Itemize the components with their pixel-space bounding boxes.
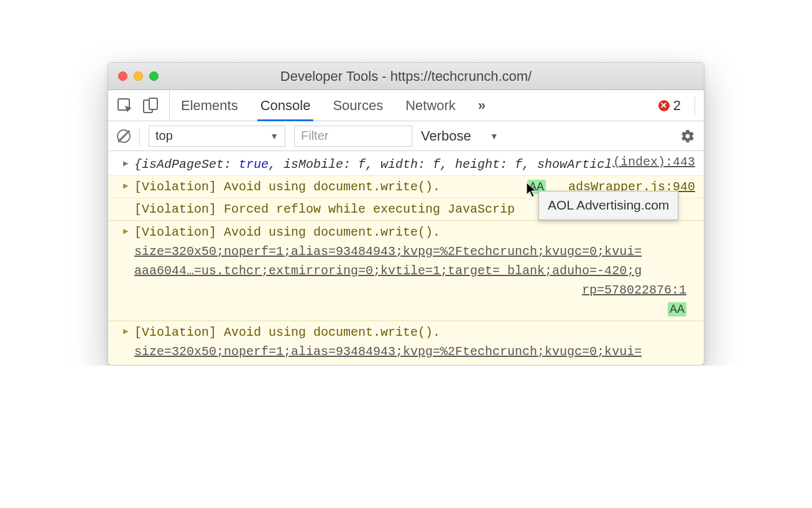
violation-message: [Violation] Avoid using document.write()… (134, 225, 440, 239)
tab-console[interactable]: Console (261, 90, 311, 121)
tab-sources[interactable]: Sources (333, 90, 383, 121)
divider (694, 96, 695, 115)
titlebar: Developer Tools - https://techcrunch.com… (108, 63, 704, 90)
log-object: {isAdPageSet: true, isMobile: f, width: … (134, 157, 613, 172)
more-tabs-button[interactable]: » (478, 90, 486, 121)
settings-gear-icon[interactable] (680, 129, 695, 144)
filter-input[interactable] (294, 126, 412, 147)
badge-tooltip: AOL Advertising.com (538, 191, 678, 220)
close-window-button[interactable] (118, 72, 127, 81)
violation-url-params[interactable]: aaa6044…=us.tchcr:extmirroring=0:kvtile=… (134, 361, 695, 365)
console-row-violation[interactable]: ▶ [Violation] Avoid using document.write… (108, 321, 704, 365)
violation-message: [Violation] Avoid using document.write()… (134, 325, 440, 339)
tab-elements[interactable]: Elements (181, 90, 238, 121)
violation-message: [Violation] Forced reflow while executin… (134, 202, 515, 216)
violation-url-params[interactable]: size=320x50;noperf=1;alias=93484943;kvpg… (134, 242, 695, 261)
violation-url-params[interactable]: size=320x50;noperf=1;alias=93484943;kvpg… (134, 342, 695, 361)
violation-message: [Violation] Avoid using document.write()… (134, 180, 440, 194)
console-output: (index):443 ▶ {isAdPageSet: true, isMobi… (108, 151, 704, 365)
console-row[interactable]: ▶ {isAdPageSet: true, isMobile: f, width… (108, 154, 613, 175)
error-count-badge[interactable]: ✕ 2 (658, 98, 681, 114)
expand-arrow-icon[interactable]: ▶ (123, 325, 128, 339)
clear-console-icon[interactable] (117, 129, 131, 143)
expand-arrow-icon[interactable]: ▶ (123, 225, 128, 239)
chevron-down-icon: ▼ (270, 131, 279, 141)
expand-arrow-icon[interactable]: ▶ (123, 157, 128, 171)
error-count: 2 (673, 98, 681, 114)
zoom-window-button[interactable] (149, 72, 159, 81)
context-value: top (155, 129, 173, 143)
log-level-select[interactable]: Verbose ▼ (421, 128, 499, 144)
source-link[interactable]: (index):443 (613, 152, 695, 172)
window-title: Developer Tools - https://techcrunch.com… (108, 68, 704, 85)
svg-rect-2 (149, 98, 157, 109)
console-row-violation[interactable]: ▶ [Violation] Avoid using document.write… (108, 175, 704, 198)
chevron-down-icon: ▼ (490, 131, 499, 141)
divider (139, 127, 140, 145)
minimize-window-button[interactable] (134, 72, 143, 81)
traffic-lights (118, 72, 159, 81)
violation-url-params[interactable]: rp=578022876:1 (582, 283, 686, 297)
expand-arrow-icon[interactable]: ▶ (123, 180, 128, 193)
tab-network[interactable]: Network (405, 90, 456, 121)
level-value: Verbose (421, 128, 471, 144)
console-row-violation[interactable]: ▶ [Violation] Avoid using document.write… (108, 221, 704, 321)
console-toolbar: top ▼ Verbose ▼ (108, 121, 704, 151)
error-icon: ✕ (658, 100, 670, 111)
third-party-badge[interactable]: AA (668, 302, 686, 316)
violation-url-params[interactable]: aaa6044…=us.tchcr;extmirroring=0;kvtile=… (134, 261, 695, 280)
execution-context-select[interactable]: top ▼ (149, 126, 285, 147)
devtools-window: Developer Tools - https://techcrunch.com… (108, 62, 704, 366)
tabs: Elements Console Sources Network » (181, 90, 646, 121)
device-toolbar-icon[interactable] (143, 98, 158, 114)
tabbar: Elements Console Sources Network » ✕ 2 (108, 90, 704, 121)
inspect-element-icon[interactable] (117, 98, 133, 114)
